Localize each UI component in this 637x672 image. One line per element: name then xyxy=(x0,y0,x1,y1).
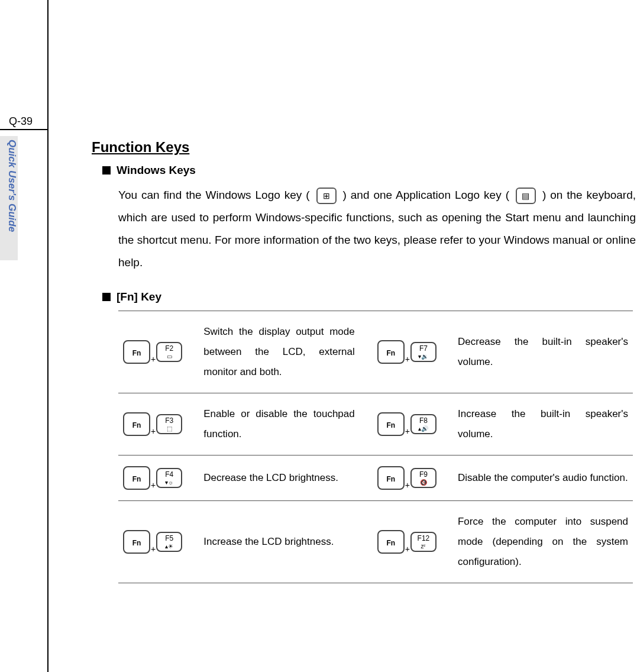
bullet-icon xyxy=(102,293,111,301)
function-key-icon: F2▭ xyxy=(156,342,182,362)
plus-icon: + xyxy=(405,544,410,554)
page-number-rule xyxy=(0,129,47,130)
side-tab: Quick User's Guide xyxy=(0,136,18,260)
key-combo-left: Fn+F4▾☼ xyxy=(118,455,199,501)
key-combo-right: Fn+F9🔇 xyxy=(373,455,453,501)
key-description-right: Increase the built-in speaker's volume. xyxy=(453,393,633,455)
key-combo-right: Fn+F7▾🔉 xyxy=(373,311,453,393)
heading-function-keys: Function Keys xyxy=(92,139,636,156)
plus-icon: + xyxy=(151,354,156,364)
fn-key-icon: Fn xyxy=(123,412,150,436)
para-part-b: ) and one Application Logo key ( xyxy=(343,189,509,201)
function-key-icon: F8▴🔊 xyxy=(410,414,436,434)
key-combo-right: Fn+F8▴🔊 xyxy=(373,393,453,455)
subheading-windows-keys-label: Windows Keys xyxy=(117,164,196,177)
application-key-icon: ▤ xyxy=(516,188,536,204)
windows-logo-key-icon: ⊞ xyxy=(316,188,337,204)
plus-icon: + xyxy=(151,427,156,436)
function-key-icon: F4▾☼ xyxy=(156,468,182,488)
key-combo-left: Fn+F2▭ xyxy=(118,311,199,393)
subheading-fn-key-label: [Fn] Key xyxy=(117,290,161,303)
table-row: Fn+F5▴☀Increase the LCD brightness.Fn+F1… xyxy=(118,501,633,583)
table-row: Fn+F3⬚Enable or disable the touchpad fun… xyxy=(118,393,633,455)
key-description-left: Increase the LCD brightness. xyxy=(199,501,372,583)
plus-icon: + xyxy=(151,480,156,490)
table-row: Fn+F2▭Switch the display output mode bet… xyxy=(118,311,633,393)
para-part-a: You can find the Windows Logo key ( xyxy=(118,189,310,201)
fn-key-icon: Fn xyxy=(377,340,405,364)
subheading-windows-keys: Windows Keys xyxy=(102,164,636,177)
function-key-icon: F9🔇 xyxy=(410,468,436,488)
table-row: Fn+F4▾☼Decrease the LCD brightness.Fn+F9… xyxy=(118,455,633,501)
key-combo-left: Fn+F3⬚ xyxy=(118,393,199,455)
windows-keys-paragraph: You can find the Windows Logo key ( ⊞ ) … xyxy=(118,184,636,274)
fn-key-icon: Fn xyxy=(377,412,405,436)
key-description-left: Enable or disable the touchpad function. xyxy=(199,393,372,455)
key-combo-left: Fn+F5▴☀ xyxy=(118,501,199,583)
key-description-left: Switch the display output mode between t… xyxy=(199,311,372,393)
bullet-icon xyxy=(102,166,111,175)
plus-icon: + xyxy=(405,354,410,364)
key-description-right: Decrease the built-in speaker's volume. xyxy=(453,311,633,393)
content-area: Function Keys Windows Keys You can find … xyxy=(92,139,636,583)
fn-key-icon: Fn xyxy=(123,466,150,490)
plus-icon: + xyxy=(405,427,410,436)
key-combo-right: Fn+F12zᶻ xyxy=(373,501,453,583)
page-number: Q-39 xyxy=(9,115,33,128)
side-tab-label: Quick User's Guide xyxy=(7,140,18,232)
fn-key-table: Fn+F2▭Switch the display output mode bet… xyxy=(118,311,633,583)
function-key-icon: F5▴☀ xyxy=(156,532,182,552)
fn-key-icon: Fn xyxy=(123,530,150,554)
subheading-fn-key: [Fn] Key xyxy=(102,290,636,303)
function-key-icon: F7▾🔉 xyxy=(410,342,436,362)
plus-icon: + xyxy=(405,480,410,490)
fn-key-icon: Fn xyxy=(123,340,150,364)
plus-icon: + xyxy=(151,544,156,554)
key-description-left: Decrease the LCD brightness. xyxy=(199,455,372,501)
fn-key-icon: Fn xyxy=(377,530,405,554)
function-key-icon: F12zᶻ xyxy=(410,532,436,552)
fn-key-icon: Fn xyxy=(377,466,405,490)
key-description-right: Force the computer into suspend mode (de… xyxy=(453,501,633,583)
vertical-divider xyxy=(47,0,48,672)
key-description-right: Disable the computer's audio function. xyxy=(453,455,633,501)
function-key-icon: F3⬚ xyxy=(156,414,182,434)
